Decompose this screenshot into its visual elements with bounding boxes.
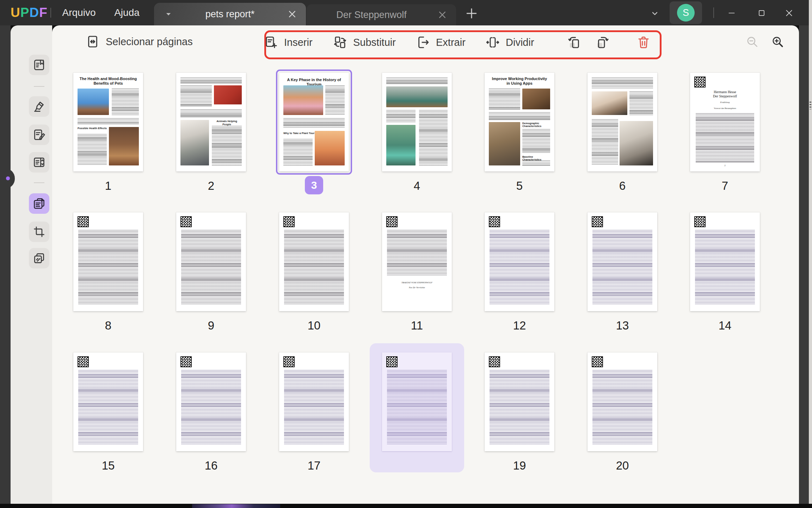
tab-title: Der Steppenwolf (307, 10, 436, 20)
page-thumbnail-7[interactable]: Hermann HesseDer SteppenwolfErzählungVor… (690, 73, 760, 171)
page-thumbnail-4[interactable] (382, 73, 452, 171)
page-text (629, 91, 653, 115)
page-image-placeholder (315, 131, 345, 165)
page-text (78, 134, 107, 166)
page-stitle: Hermann Hesse (697, 90, 753, 94)
sidebar-item-annotate[interactable] (29, 96, 49, 117)
page-thumbnail-1[interactable]: The Health and Mood-Boosting Benefits of… (73, 73, 143, 171)
page-text (522, 161, 550, 165)
page-number: 9 (169, 319, 253, 332)
page-number: 10 (272, 319, 356, 332)
page-thumbnail-17[interactable] (279, 352, 349, 451)
avatar: S (677, 4, 695, 22)
page-text (522, 129, 550, 154)
page-text (592, 230, 652, 305)
logo-letter: P (20, 5, 30, 20)
page-thumbnail-10[interactable] (279, 212, 349, 311)
sidebar (11, 25, 52, 504)
page-number: 8 (66, 319, 150, 332)
page-text (112, 89, 139, 115)
page-text (78, 370, 138, 445)
page-text (181, 370, 241, 445)
page-thumbnail-8[interactable] (73, 212, 143, 311)
tab-close-icon[interactable] (286, 8, 298, 20)
sidebar-item-organize[interactable] (29, 193, 49, 214)
page-cell-9: 9 (169, 212, 253, 332)
page-text (490, 370, 549, 445)
page-thumbnail-3[interactable]: A Key Phase in the History of TourismWhy… (279, 73, 349, 171)
page-thumbnail-11[interactable]: TRAKTAT VOM STEPPENWOLFNur für Verrückte (382, 212, 452, 311)
tab-close-icon[interactable] (436, 9, 448, 21)
page-text (489, 89, 520, 109)
desktop-background (0, 504, 812, 508)
page-number: 16 (169, 459, 253, 472)
page-text (325, 85, 345, 115)
page-thumbnail-18[interactable] (382, 352, 452, 451)
account-button[interactable]: S (670, 1, 702, 24)
page-thumbnail-15[interactable] (73, 352, 143, 451)
page-thumbnail-2[interactable]: Animals Helping People (176, 73, 246, 171)
page-title: The Health and Mood-Boosting Benefits of… (79, 77, 137, 86)
page-text (283, 118, 345, 128)
page-text (592, 119, 618, 166)
page-text (181, 230, 241, 305)
page-thumbnail-12[interactable] (485, 212, 554, 311)
page-thumbnail-20[interactable] (588, 352, 657, 451)
page-thumbnail-5[interactable]: Improve Working Productivity in Using Ap… (485, 73, 554, 171)
page-number: 5 (477, 179, 562, 193)
sidebar-item-pages[interactable] (29, 248, 49, 268)
page-number: 15 (66, 459, 150, 472)
page-cell-7: Hermann HesseDer SteppenwolfErzählungVor… (683, 73, 767, 193)
page-cell-12: 12 (477, 212, 562, 332)
sidebar-item-crop[interactable] (29, 222, 49, 242)
sidebar-item-edit[interactable] (29, 125, 49, 145)
qr-code (386, 216, 398, 227)
menu-arquivo[interactable]: Arquivo (59, 0, 99, 25)
page-text (489, 112, 550, 120)
page-text (283, 139, 313, 166)
qr-code (78, 216, 89, 227)
page-title: Improve Working Productivity in Using Ap… (491, 77, 548, 85)
page-thumbnail-6[interactable] (588, 73, 657, 171)
qr-code (694, 77, 706, 87)
page-thumbnail-9[interactable] (176, 212, 246, 311)
forms-icon (32, 156, 46, 169)
page-image-placeholder (620, 121, 653, 165)
page-stitle: Der Steppenwolf (697, 95, 753, 98)
page-thumbnail-13[interactable] (588, 212, 657, 311)
page-image-placeholder (283, 85, 323, 115)
page-cell-15: 15 (66, 352, 150, 472)
sidebar-item-forms[interactable] (29, 152, 49, 173)
qr-code (386, 356, 398, 367)
page-thumbnail-19[interactable] (485, 352, 554, 451)
desktop-laptop-image (192, 504, 280, 508)
window-close-button[interactable] (781, 6, 797, 20)
page-ssub: 2 (721, 164, 728, 167)
page-cell-2: Animals Helping People2 (169, 73, 253, 193)
annotate-icon (32, 100, 46, 113)
tab-der-steppenwolf[interactable]: Der Steppenwolf (307, 4, 456, 25)
page-image-placeholder (489, 122, 520, 165)
page-cell-1: The Health and Mood-Boosting Benefits of… (66, 73, 150, 193)
window-minimize-button[interactable] (724, 6, 739, 20)
sidebar-item-reader[interactable] (29, 55, 49, 75)
menu-ajuda[interactable]: Ajuda (110, 0, 144, 25)
page-text (387, 230, 447, 276)
tab-dropdown-icon[interactable] (163, 9, 174, 19)
account-chevron-down-icon[interactable] (649, 8, 660, 19)
page-grid: The Health and Mood-Boosting Benefits of… (52, 25, 799, 504)
window-maximize-button[interactable] (754, 6, 769, 20)
page-cell-8: 8 (66, 212, 150, 332)
page-cell-17: 17 (272, 352, 356, 472)
page-sitalic: Erzählung (697, 101, 753, 104)
page-text (419, 110, 448, 165)
page-thumbnail-16[interactable] (176, 352, 246, 451)
page-cell-11: TRAKTAT VOM STEPPENWOLFNur für Verrückte… (375, 212, 459, 332)
page-thumbnail-14[interactable] (690, 212, 760, 311)
page-cell-18: 18 (375, 352, 459, 472)
page-cell-6: 6 (580, 73, 665, 193)
page-number: 14 (683, 319, 767, 332)
new-tab-button[interactable] (464, 6, 479, 21)
page-head: Why to Take a Plant Tour (283, 132, 317, 136)
tab-pets-report[interactable]: pets report* (154, 3, 306, 25)
